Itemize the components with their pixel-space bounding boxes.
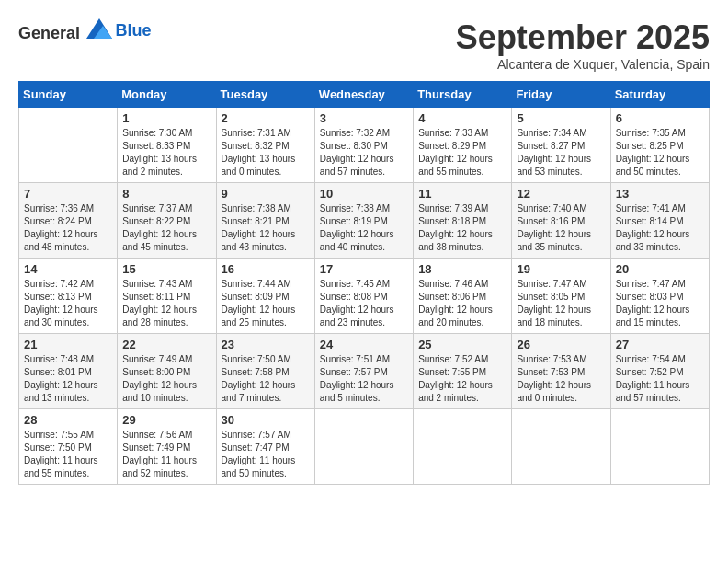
logo-text-general: General	[18, 18, 112, 43]
day-number: 15	[122, 262, 210, 276]
calendar-cell: 4Sunrise: 7:33 AM Sunset: 8:29 PM Daylig…	[414, 108, 512, 183]
calendar-cell: 24Sunrise: 7:51 AM Sunset: 7:57 PM Dayli…	[314, 334, 413, 409]
day-number: 24	[320, 338, 408, 351]
weekday-header-tuesday: Tuesday	[216, 82, 314, 108]
calendar-cell: 15Sunrise: 7:43 AM Sunset: 8:11 PM Dayli…	[118, 259, 216, 334]
weekday-header-friday: Friday	[512, 82, 610, 108]
cell-info: Sunrise: 7:47 AM Sunset: 8:03 PM Dayligh…	[616, 278, 704, 329]
cell-info: Sunrise: 7:49 AM Sunset: 8:00 PM Dayligh…	[122, 353, 210, 405]
cell-info: Sunrise: 7:48 AM Sunset: 8:01 PM Dayligh…	[24, 353, 112, 405]
cell-info: Sunrise: 7:37 AM Sunset: 8:22 PM Dayligh…	[122, 202, 210, 254]
calendar-cell: 19Sunrise: 7:47 AM Sunset: 8:05 PM Dayli…	[512, 259, 610, 334]
cell-info: Sunrise: 7:53 AM Sunset: 7:53 PM Dayligh…	[517, 353, 605, 405]
cell-info: Sunrise: 7:31 AM Sunset: 8:32 PM Dayligh…	[222, 127, 310, 178]
calendar-cell: 22Sunrise: 7:49 AM Sunset: 8:00 PM Dayli…	[118, 334, 216, 409]
cell-info: Sunrise: 7:36 AM Sunset: 8:24 PM Dayligh…	[24, 202, 112, 254]
week-row-3: 14Sunrise: 7:42 AM Sunset: 8:13 PM Dayli…	[19, 259, 710, 334]
calendar: SundayMondayTuesdayWednesdayThursdayFrid…	[18, 81, 710, 485]
cell-info: Sunrise: 7:38 AM Sunset: 8:21 PM Dayligh…	[222, 202, 310, 254]
calendar-cell: 12Sunrise: 7:40 AM Sunset: 8:16 PM Dayli…	[512, 183, 610, 259]
logo-general-label: General	[18, 24, 80, 42]
day-number: 2	[222, 111, 310, 125]
week-row-4: 21Sunrise: 7:48 AM Sunset: 8:01 PM Dayli…	[19, 334, 710, 409]
calendar-cell: 7Sunrise: 7:36 AM Sunset: 8:24 PM Daylig…	[19, 183, 118, 259]
cell-info: Sunrise: 7:50 AM Sunset: 7:58 PM Dayligh…	[222, 353, 310, 405]
cell-info: Sunrise: 7:33 AM Sunset: 8:29 PM Dayligh…	[418, 127, 506, 178]
day-number: 23	[222, 338, 310, 351]
calendar-cell: 20Sunrise: 7:47 AM Sunset: 8:03 PM Dayli…	[610, 259, 709, 334]
day-number: 20	[616, 262, 704, 276]
title-area: September 2025 Alcantera de Xuquer, Vale…	[456, 18, 710, 72]
calendar-cell: 17Sunrise: 7:45 AM Sunset: 8:08 PM Dayli…	[314, 259, 413, 334]
day-number: 4	[418, 111, 506, 125]
calendar-cell: 30Sunrise: 7:57 AM Sunset: 7:47 PM Dayli…	[216, 409, 314, 485]
calendar-cell: 10Sunrise: 7:38 AM Sunset: 8:19 PM Dayli…	[314, 183, 413, 259]
day-number: 22	[122, 338, 210, 351]
logo: General Blue	[18, 18, 152, 43]
cell-info: Sunrise: 7:32 AM Sunset: 8:30 PM Dayligh…	[320, 127, 408, 178]
calendar-cell: 26Sunrise: 7:53 AM Sunset: 7:53 PM Dayli…	[512, 334, 610, 409]
week-row-1: 1Sunrise: 7:30 AM Sunset: 8:33 PM Daylig…	[19, 108, 710, 183]
calendar-cell: 5Sunrise: 7:34 AM Sunset: 8:27 PM Daylig…	[512, 108, 610, 183]
calendar-cell	[314, 409, 413, 485]
cell-info: Sunrise: 7:39 AM Sunset: 8:18 PM Dayligh…	[418, 202, 506, 254]
month-title: September 2025	[456, 18, 710, 57]
calendar-cell	[610, 409, 709, 485]
cell-info: Sunrise: 7:40 AM Sunset: 8:16 PM Dayligh…	[517, 202, 605, 254]
cell-info: Sunrise: 7:47 AM Sunset: 8:05 PM Dayligh…	[517, 278, 605, 329]
cell-info: Sunrise: 7:52 AM Sunset: 7:55 PM Dayligh…	[418, 353, 506, 405]
cell-info: Sunrise: 7:54 AM Sunset: 7:52 PM Dayligh…	[616, 353, 704, 405]
cell-info: Sunrise: 7:30 AM Sunset: 8:33 PM Dayligh…	[122, 127, 210, 178]
weekday-header-saturday: Saturday	[610, 82, 709, 108]
cell-info: Sunrise: 7:45 AM Sunset: 8:08 PM Dayligh…	[320, 278, 408, 329]
calendar-cell: 23Sunrise: 7:50 AM Sunset: 7:58 PM Dayli…	[216, 334, 314, 409]
calendar-cell: 25Sunrise: 7:52 AM Sunset: 7:55 PM Dayli…	[414, 334, 512, 409]
cell-info: Sunrise: 7:56 AM Sunset: 7:49 PM Dayligh…	[122, 429, 210, 480]
day-number: 11	[418, 187, 506, 201]
day-number: 14	[24, 262, 112, 276]
calendar-cell: 9Sunrise: 7:38 AM Sunset: 8:21 PM Daylig…	[216, 183, 314, 259]
weekday-header-thursday: Thursday	[414, 82, 512, 108]
header: General Blue September 2025 Alcantera de…	[18, 18, 710, 72]
day-number: 9	[222, 187, 310, 201]
location: Alcantera de Xuquer, Valencia, Spain	[456, 57, 710, 72]
day-number: 16	[222, 262, 310, 276]
day-number: 17	[320, 262, 408, 276]
day-number: 10	[320, 187, 408, 201]
calendar-cell: 13Sunrise: 7:41 AM Sunset: 8:14 PM Dayli…	[610, 183, 709, 259]
day-number: 26	[517, 338, 605, 351]
calendar-cell: 28Sunrise: 7:55 AM Sunset: 7:50 PM Dayli…	[19, 409, 118, 485]
week-row-2: 7Sunrise: 7:36 AM Sunset: 8:24 PM Daylig…	[19, 183, 710, 259]
day-number: 5	[517, 111, 605, 125]
day-number: 7	[24, 187, 112, 201]
logo-icon	[86, 18, 112, 39]
weekday-header-wednesday: Wednesday	[314, 82, 413, 108]
calendar-cell: 18Sunrise: 7:46 AM Sunset: 8:06 PM Dayli…	[414, 259, 512, 334]
cell-info: Sunrise: 7:35 AM Sunset: 8:25 PM Dayligh…	[616, 127, 704, 178]
calendar-cell: 2Sunrise: 7:31 AM Sunset: 8:32 PM Daylig…	[216, 108, 314, 183]
day-number: 27	[616, 338, 704, 351]
day-number: 19	[517, 262, 605, 276]
cell-info: Sunrise: 7:55 AM Sunset: 7:50 PM Dayligh…	[24, 429, 112, 480]
week-row-5: 28Sunrise: 7:55 AM Sunset: 7:50 PM Dayli…	[19, 409, 710, 485]
cell-info: Sunrise: 7:57 AM Sunset: 7:47 PM Dayligh…	[222, 429, 310, 480]
weekday-header-monday: Monday	[118, 82, 216, 108]
cell-info: Sunrise: 7:51 AM Sunset: 7:57 PM Dayligh…	[320, 353, 408, 405]
logo-blue-label: Blue	[116, 21, 152, 40]
cell-info: Sunrise: 7:43 AM Sunset: 8:11 PM Dayligh…	[122, 278, 210, 329]
calendar-cell: 27Sunrise: 7:54 AM Sunset: 7:52 PM Dayli…	[610, 334, 709, 409]
cell-info: Sunrise: 7:44 AM Sunset: 8:09 PM Dayligh…	[222, 278, 310, 329]
cell-info: Sunrise: 7:42 AM Sunset: 8:13 PM Dayligh…	[24, 278, 112, 329]
day-number: 3	[320, 111, 408, 125]
calendar-cell: 6Sunrise: 7:35 AM Sunset: 8:25 PM Daylig…	[610, 108, 709, 183]
day-number: 13	[616, 187, 704, 201]
cell-info: Sunrise: 7:41 AM Sunset: 8:14 PM Dayligh…	[616, 202, 704, 254]
cell-info: Sunrise: 7:38 AM Sunset: 8:19 PM Dayligh…	[320, 202, 408, 254]
day-number: 29	[122, 413, 210, 427]
calendar-cell: 1Sunrise: 7:30 AM Sunset: 8:33 PM Daylig…	[118, 108, 216, 183]
cell-info: Sunrise: 7:46 AM Sunset: 8:06 PM Dayligh…	[418, 278, 506, 329]
calendar-cell: 29Sunrise: 7:56 AM Sunset: 7:49 PM Dayli…	[118, 409, 216, 485]
day-number: 25	[418, 338, 506, 351]
weekday-header-row: SundayMondayTuesdayWednesdayThursdayFrid…	[19, 82, 710, 108]
weekday-header-sunday: Sunday	[19, 82, 118, 108]
